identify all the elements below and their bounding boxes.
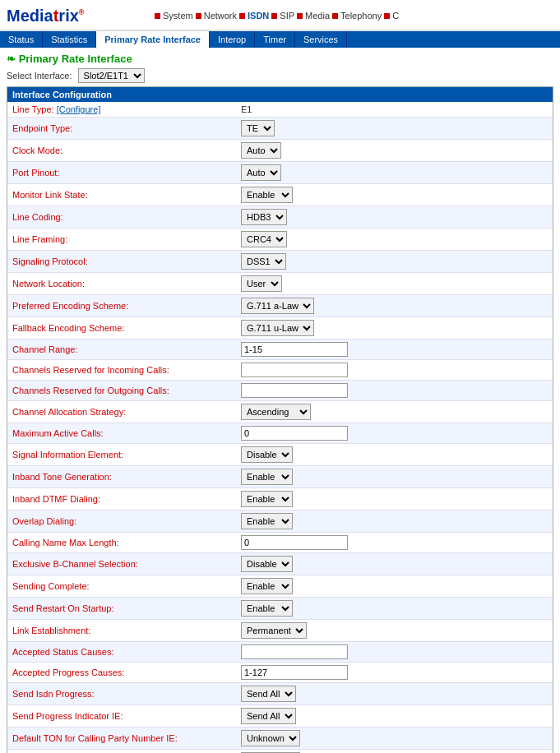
field-value: DisableEnable bbox=[238, 553, 553, 575]
select-input[interactable]: CRC4 bbox=[241, 231, 287, 247]
select-input[interactable]: DisableEnable bbox=[241, 556, 293, 572]
field-label: Fallback Encoding Scheme: bbox=[7, 317, 238, 340]
field-label: Send Progress Indicator IE: bbox=[7, 705, 238, 728]
table-row: Maximum Active Calls: bbox=[7, 423, 553, 444]
table-row: Inband Tone Generation:EnableDisable bbox=[7, 466, 553, 488]
tab-status[interactable]: Status bbox=[0, 31, 43, 48]
nav-network[interactable]: Network bbox=[204, 11, 237, 21]
table-row: Fallback Encoding Scheme:G.711 u-Law bbox=[7, 317, 553, 340]
table-row: Channels Reserved for Outgoing Calls: bbox=[7, 381, 553, 401]
field-value bbox=[238, 533, 553, 553]
select-input[interactable]: Unknown bbox=[241, 730, 300, 746]
nav-sip[interactable]: SIP bbox=[280, 11, 294, 21]
tab-primary-rate-interface[interactable]: Primary Rate Interface bbox=[96, 31, 210, 48]
interface-select[interactable]: Slot2/E1T1 bbox=[78, 68, 145, 83]
text-input[interactable] bbox=[241, 363, 348, 377]
field-value bbox=[238, 642, 553, 663]
field-value: User bbox=[238, 273, 553, 295]
field-value: HDB3 bbox=[238, 206, 553, 229]
field-label: Channel Allocation Strategy: bbox=[7, 401, 238, 423]
table-row: Sending Complete:EnableDisable bbox=[7, 575, 553, 598]
select-input[interactable]: AscendingDescending bbox=[241, 404, 311, 420]
select-input[interactable]: Auto bbox=[241, 142, 281, 159]
select-input[interactable]: EnableDisable bbox=[241, 491, 293, 507]
text-input[interactable] bbox=[241, 426, 348, 441]
text-input[interactable] bbox=[241, 644, 348, 659]
select-input[interactable]: User bbox=[241, 275, 282, 292]
select-input[interactable]: EnableDisable bbox=[241, 187, 293, 203]
field-label: Calling Name Max Length: bbox=[7, 533, 238, 553]
field-value: EnableDisable bbox=[238, 184, 553, 206]
table-row: Calling Name Max Length: bbox=[7, 533, 553, 553]
tab-statistics[interactable]: Statistics bbox=[43, 31, 96, 48]
text-input[interactable] bbox=[241, 535, 348, 550]
select-input[interactable]: HDB3 bbox=[241, 209, 287, 225]
field-label: Channel Range: bbox=[7, 340, 238, 360]
field-value: DSS1 bbox=[238, 251, 553, 273]
field-label: Inband DTMF Dialing: bbox=[7, 488, 238, 510]
table-row: Port Pinout:Auto bbox=[7, 162, 553, 184]
field-label: Network Location: bbox=[7, 273, 238, 295]
field-value: G.711 u-Law bbox=[238, 317, 553, 340]
nav-system[interactable]: System bbox=[163, 11, 193, 21]
field-label: Channels Reserved for Incoming Calls: bbox=[7, 360, 238, 381]
select-input[interactable]: EnableDisable bbox=[241, 469, 293, 485]
table-row: Preferred Encoding Scheme:G.711 a-Law bbox=[7, 295, 553, 317]
select-input[interactable]: G.711 a-Law bbox=[241, 298, 314, 314]
field-label: Line Type: [Configure] bbox=[7, 102, 238, 118]
nav-media[interactable]: Media bbox=[305, 11, 330, 21]
select-input[interactable]: Auto bbox=[241, 164, 281, 181]
select-input[interactable]: G.711 u-Law bbox=[241, 320, 314, 336]
field-value: CRC4 bbox=[238, 229, 553, 251]
nav-telephony[interactable]: Telephony bbox=[340, 11, 382, 21]
text-input[interactable] bbox=[241, 665, 348, 680]
field-label: Accepted Status Causes: bbox=[7, 642, 238, 663]
table-row: Send Progress Indicator IE:Send All bbox=[7, 705, 553, 728]
select-input[interactable]: Send All bbox=[241, 686, 296, 702]
field-value: AscendingDescending bbox=[238, 401, 553, 423]
select-input[interactable]: DSS1 bbox=[241, 253, 286, 270]
field-value: E1 bbox=[238, 102, 553, 118]
select-input[interactable]: TE bbox=[241, 120, 275, 136]
field-label: Default TON for Calling Party Number IE: bbox=[7, 728, 238, 750]
select-input[interactable]: EnableDisable bbox=[241, 578, 293, 594]
select-input[interactable]: Send All bbox=[241, 708, 296, 724]
field-value: Auto bbox=[238, 140, 553, 162]
field-label: Link Establishment: bbox=[7, 620, 238, 642]
field-value: Auto bbox=[238, 162, 553, 184]
field-value bbox=[238, 340, 553, 360]
section-header: Interface Configuration bbox=[7, 87, 553, 102]
select-input[interactable]: Permanent bbox=[241, 622, 307, 639]
table-row: Send Restart On Startup:EnableDisable bbox=[7, 598, 553, 620]
table-row: Network Location:User bbox=[7, 273, 553, 295]
configure-link[interactable]: [Configure] bbox=[57, 104, 101, 114]
field-label: Signaling Protocol: bbox=[7, 251, 238, 273]
field-label: Accepted Progress Causes: bbox=[7, 663, 238, 683]
interface-select-bar: Select Interface: Slot2/E1T1 bbox=[0, 67, 560, 86]
select-input[interactable]: DisableEnable bbox=[241, 446, 293, 463]
table-row: Clock Mode:Auto bbox=[7, 140, 553, 162]
table-row: Channels Reserved for Incoming Calls: bbox=[7, 360, 553, 381]
nav-c[interactable]: C bbox=[392, 11, 399, 21]
page-title: Primary Rate Interface bbox=[7, 53, 132, 65]
field-label: Send Isdn Progress: bbox=[7, 683, 238, 705]
field-label: Preferred Encoding Scheme: bbox=[7, 295, 238, 317]
field-value: DisableEnable bbox=[238, 444, 553, 466]
field-value: Send All bbox=[238, 683, 553, 705]
field-label: Signal Information Element: bbox=[7, 444, 238, 466]
tab-timer[interactable]: Timer bbox=[255, 31, 295, 48]
tab-services[interactable]: Services bbox=[295, 31, 347, 48]
interface-select-label: Select Interface: bbox=[7, 71, 72, 81]
field-value: Unknown bbox=[238, 750, 553, 754]
field-label: Send Restart On Startup: bbox=[7, 598, 238, 620]
text-input[interactable] bbox=[241, 342, 348, 357]
table-row: Monitor Link State:EnableDisable bbox=[7, 184, 553, 206]
select-input[interactable]: EnableDisable bbox=[241, 513, 293, 529]
select-input[interactable]: EnableDisable bbox=[241, 600, 293, 617]
text-input[interactable] bbox=[241, 383, 348, 398]
field-value: EnableDisable bbox=[238, 466, 553, 488]
tab-interop[interactable]: Interop bbox=[210, 31, 255, 48]
field-value: Send All bbox=[238, 705, 553, 728]
nav-isdn[interactable]: ISDN bbox=[248, 11, 269, 21]
field-label: Port Pinout: bbox=[7, 162, 238, 184]
